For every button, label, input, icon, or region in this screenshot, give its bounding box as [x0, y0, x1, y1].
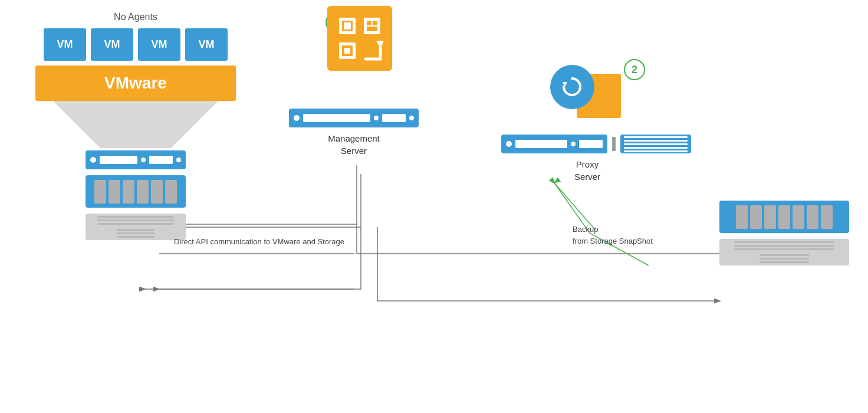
svg-marker-20 — [376, 41, 383, 48]
connector-piece — [612, 137, 616, 151]
proxy-icon-container — [550, 59, 621, 118]
vm-box-2: VM — [91, 28, 133, 61]
svg-rect-19 — [344, 48, 350, 54]
svg-line-8 — [554, 183, 596, 230]
mgmt-icon-svg — [336, 15, 383, 62]
vm-box-1: VM — [44, 28, 86, 61]
storage-base-right — [719, 239, 849, 266]
svg-rect-15 — [373, 21, 377, 25]
funnel-svg — [35, 101, 236, 148]
refresh-icon-svg — [559, 74, 586, 100]
right-storage-section — [719, 201, 849, 266]
server-led — [90, 157, 96, 163]
badge-2: 2 — [624, 59, 645, 80]
vmware-section: No Agents VM VM VM VM VMware — [35, 12, 236, 240]
server-drive-bay2 — [149, 156, 173, 164]
proxy-hardware-row — [501, 135, 691, 153]
svg-rect-16 — [367, 27, 377, 31]
svg-rect-12 — [344, 22, 351, 30]
vm-box-4: VM — [185, 28, 228, 61]
backup-snapshot-label: Backupfrom Storage SnapShot — [573, 224, 653, 247]
svg-rect-13 — [364, 18, 380, 34]
tape-drive-unit — [620, 135, 691, 153]
storage-rack-left — [86, 175, 186, 208]
proxy-server-section: 2 — [501, 59, 691, 183]
direct-api-label: Direct API communication to VMware and S… — [174, 236, 344, 248]
storage-base-left — [86, 214, 186, 240]
mgmt-server-unit — [289, 109, 419, 127]
server-dot2 — [176, 158, 181, 162]
server-drive-bay — [100, 156, 137, 164]
vmware-bar: VMware — [35, 65, 236, 101]
vm-grid: VM VM VM VM — [35, 28, 236, 61]
server-dot — [141, 158, 146, 162]
proxy-server-unit — [501, 135, 607, 153]
vm-box-3: VM — [138, 28, 180, 61]
svg-rect-14 — [367, 21, 371, 25]
esxi-server-unit — [86, 150, 186, 169]
svg-marker-9 — [53, 101, 218, 148]
management-software-icon — [327, 6, 392, 71]
management-server-section: 1 — [289, 12, 419, 157]
diagram-container: No Agents VM VM VM VM VMware — [0, 0, 868, 413]
storage-rack-right — [719, 201, 849, 233]
proxy-icon-circle — [550, 65, 594, 109]
no-agents-label: No Agents — [35, 12, 236, 22]
mgmt-server-label: ManagementServer — [289, 132, 419, 157]
proxy-server-label: ProxyServer — [574, 158, 600, 183]
